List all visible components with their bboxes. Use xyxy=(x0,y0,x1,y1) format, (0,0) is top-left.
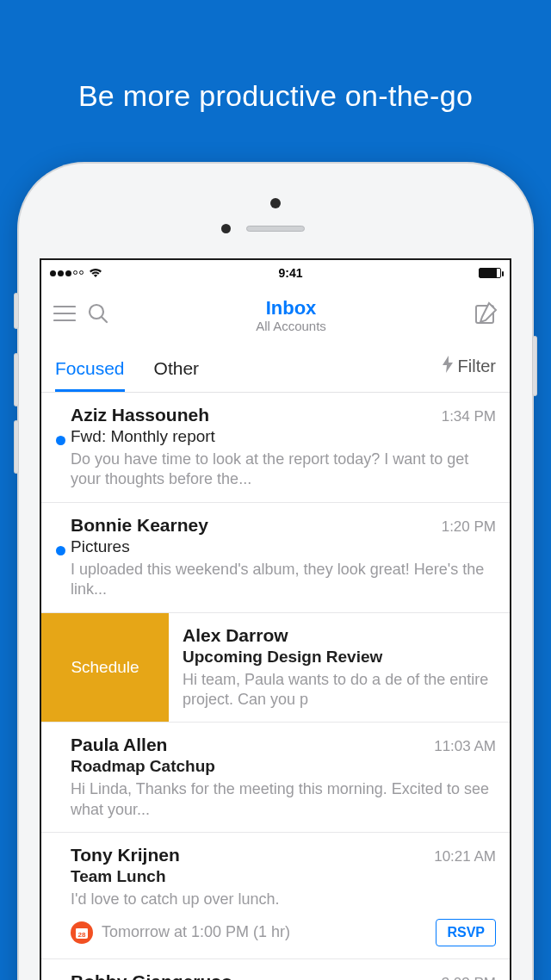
phone-sensor xyxy=(221,224,231,233)
calendar-icon: 28 xyxy=(71,921,93,944)
email-subject: Upcoming Design Review xyxy=(183,648,510,667)
email-subject: Roadmap Catchup xyxy=(71,757,496,776)
phone-camera xyxy=(270,198,281,208)
phone-speaker xyxy=(246,226,305,232)
email-time: 3:03 PM xyxy=(442,975,496,980)
svg-text:28: 28 xyxy=(78,931,86,939)
email-time: 10:21 AM xyxy=(434,848,496,865)
page-title: Inbox xyxy=(121,297,461,319)
status-bar: 9:41 xyxy=(41,260,510,286)
phone-volume-up xyxy=(14,353,19,406)
email-preview: Do you have time to look at the report t… xyxy=(71,450,496,490)
email-time: 11:03 AM xyxy=(434,738,496,755)
marketing-tagline: Be more productive on-the-go xyxy=(0,0,551,113)
email-preview: I uploaded this weekend's album, they lo… xyxy=(71,560,496,600)
email-subject: Pictures xyxy=(71,537,496,556)
unread-dot-icon xyxy=(56,546,65,555)
email-subject: Team Lunch xyxy=(71,867,496,886)
unread-dot-icon xyxy=(56,436,65,445)
filter-label: Filter xyxy=(458,357,496,376)
filter-button[interactable]: Filter xyxy=(443,356,496,386)
email-sender: Aziz Hassouneh xyxy=(71,405,209,425)
email-sender: Bonnie Kearney xyxy=(71,515,208,536)
status-time: 9:41 xyxy=(278,266,302,280)
schedule-action[interactable]: Schedule xyxy=(41,613,169,723)
nav-header: Inbox All Accounts xyxy=(41,286,510,344)
email-item[interactable]: Aziz Hassouneh 1:34 PM Fwd: Monthly repo… xyxy=(41,393,510,503)
phone-mute-switch xyxy=(14,293,19,329)
event-time: Tomorrow at 1:00 PM (1 hr) xyxy=(102,923,427,941)
page-subtitle: All Accounts xyxy=(121,319,461,333)
email-item[interactable]: Bobby Giangeruso 3:03 PM xyxy=(41,959,510,980)
email-item[interactable]: Paula Allen 11:03 AM Roadmap Catchup Hi … xyxy=(41,723,510,833)
email-subject: Fwd: Monthly report xyxy=(71,427,496,446)
phone-frame: 9:41 Inbox All Accounts Focused Other xyxy=(19,164,532,980)
email-time: 1:34 PM xyxy=(442,408,496,425)
email-item[interactable]: Bonnie Kearney 1:20 PM Pictures I upload… xyxy=(41,503,510,613)
email-preview: Hi team, Paula wants to do a de of the e… xyxy=(183,670,510,710)
battery-icon xyxy=(479,268,501,278)
signal-icon xyxy=(50,270,84,276)
tab-focused[interactable]: Focused xyxy=(55,350,125,392)
email-sender: Paula Allen xyxy=(71,735,167,755)
rsvp-button[interactable]: RSVP xyxy=(436,919,496,946)
phone-volume-down xyxy=(14,420,19,474)
svg-line-4 xyxy=(102,317,107,322)
phone-power-button xyxy=(532,336,537,396)
email-item[interactable]: Tony Krijnen 10:21 AM Team Lunch I'd lov… xyxy=(41,833,510,958)
email-sender: Bobby Giangeruso xyxy=(71,971,232,980)
wifi-icon xyxy=(89,268,102,278)
email-list: Aziz Hassouneh 1:34 PM Fwd: Monthly repo… xyxy=(41,393,510,980)
email-item-swiped[interactable]: Schedule Alex Darrow Upcoming Design Rev… xyxy=(41,613,510,723)
tabs-row: Focused Other Filter xyxy=(41,344,510,393)
bolt-icon xyxy=(443,356,453,377)
screen: 9:41 Inbox All Accounts Focused Other xyxy=(40,258,511,980)
compose-icon[interactable] xyxy=(474,301,498,329)
search-icon[interactable] xyxy=(88,303,108,327)
tab-other[interactable]: Other xyxy=(154,350,200,392)
hamburger-icon[interactable] xyxy=(53,305,76,326)
email-preview: Hi Linda, Thanks for the meeting this mo… xyxy=(71,779,496,820)
email-sender: Tony Krijnen xyxy=(71,845,180,865)
email-sender: Alex Darrow xyxy=(183,625,510,646)
email-time: 1:20 PM xyxy=(442,518,496,536)
email-preview: I'd love to catch up over lunch. xyxy=(71,890,496,909)
